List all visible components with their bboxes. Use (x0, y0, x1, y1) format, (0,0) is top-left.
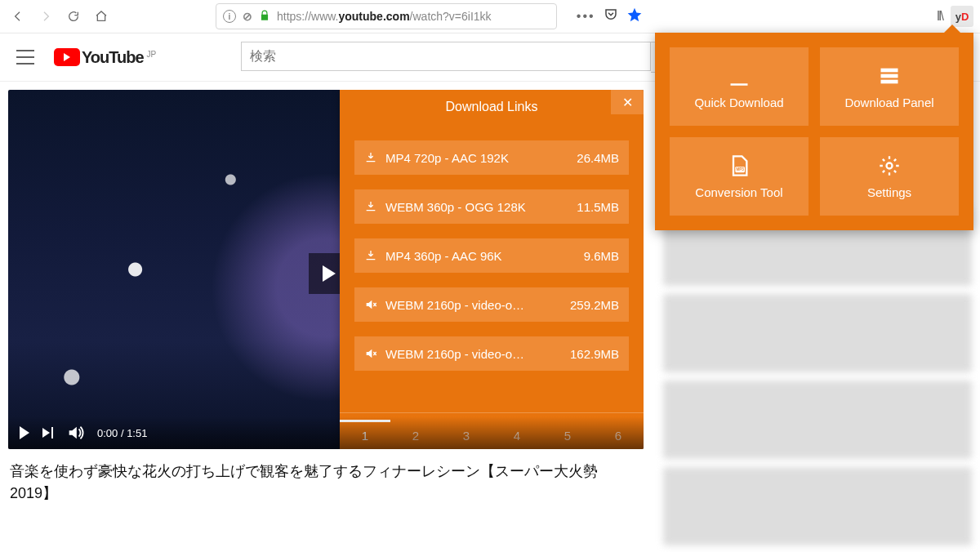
library-icon[interactable]: II\ (937, 9, 942, 24)
menu-icon[interactable] (16, 50, 34, 65)
play-icon[interactable] (20, 426, 29, 439)
svg-rect-3 (881, 79, 898, 83)
download-panel-title: Download Links (446, 100, 538, 114)
bookmark-star-icon[interactable] (626, 7, 643, 26)
youtube-play-icon (54, 48, 80, 66)
ext-tile-conversion-tool[interactable]: MP3Conversion Tool (670, 137, 808, 216)
back-button[interactable] (7, 5, 29, 28)
more-icon[interactable]: ••• (577, 9, 595, 24)
related-video-thumb[interactable] (663, 467, 972, 545)
related-video-thumb[interactable] (663, 294, 972, 372)
download-size: 162.9MB (570, 347, 619, 361)
download-format-label: WEBM 2160p - video-o… (385, 298, 562, 312)
next-icon[interactable] (42, 427, 53, 438)
download-format-label: MP4 720p - AAC 192K (385, 151, 568, 165)
forward-button[interactable] (34, 5, 57, 28)
download-format-label: MP4 360p - AAC 96K (385, 249, 576, 263)
download-option[interactable]: WEBM 2160p - video-o…259.2MB (354, 287, 629, 322)
volume-icon[interactable] (66, 424, 84, 442)
download-format-label: WEBM 360p - OGG 128K (385, 200, 568, 214)
youtube-logo[interactable]: YouTube JP (54, 48, 156, 67)
ext-tile-label: Conversion Tool (695, 185, 782, 199)
ext-tile-download-panel[interactable]: Download Panel (820, 47, 959, 126)
tracking-icon: ⊘ (243, 10, 252, 23)
browser-toolbar: i ⊘ https://www.youtube.com/watch?v=6iI1… (0, 0, 980, 33)
address-bar[interactable]: i ⊘ https://www.youtube.com/watch?v=6iI1… (216, 3, 557, 29)
download-size: 9.6MB (584, 249, 619, 263)
download-option[interactable]: WEBM 360p - OGG 128K11.5MB (354, 189, 629, 224)
reload-button[interactable] (62, 5, 85, 28)
video-title: 音楽を使わず豪快な花火の打ち上げで観客を魅了するフィナーレシーン【スーパー大火勢… (10, 461, 639, 505)
download-links-panel: Download Links ✕ MP4 720p - AAC 192K26.4… (340, 90, 644, 449)
close-icon[interactable]: ✕ (611, 90, 644, 114)
url-text: https://www.youtube.com/watch?v=6iI1kk (277, 10, 492, 23)
video-player[interactable]: Download Links ✕ MP4 720p - AAC 192K26.4… (8, 90, 644, 449)
related-video-thumb[interactable] (663, 381, 972, 459)
youtube-brand-text: YouTube (82, 48, 144, 67)
download-size: 26.4MB (577, 151, 619, 165)
ext-tile-settings[interactable]: Settings (820, 137, 959, 216)
extension-popup: Quick DownloadDownload PanelMP3Conversio… (655, 33, 973, 230)
svg-rect-2 (881, 73, 898, 78)
download-size: 11.5MB (577, 200, 619, 214)
svg-point-6 (887, 162, 893, 168)
download-format-label: WEBM 2160p - video-o… (385, 347, 562, 361)
download-option[interactable]: WEBM 2160p - video-o…162.9MB (354, 336, 629, 371)
lock-icon (259, 10, 270, 24)
ext-tile-label: Download Panel (844, 96, 933, 109)
svg-text:MP3: MP3 (736, 167, 744, 171)
download-option[interactable]: MP4 720p - AAC 192K26.4MB (354, 140, 629, 175)
info-icon: i (223, 10, 236, 23)
svg-rect-1 (881, 68, 898, 72)
youtube-region: JP (147, 50, 157, 59)
pocket-icon[interactable] (604, 7, 618, 25)
playback-time: 0:00 / 1:51 (97, 427, 147, 439)
search-input[interactable] (241, 42, 651, 71)
download-option[interactable]: MP4 360p - AAC 96K9.6MB (354, 238, 629, 273)
ext-tile-label: Settings (867, 185, 911, 199)
ext-tile-label: Quick Download (694, 96, 783, 109)
player-controls: 0:00 / 1:51 (8, 416, 644, 449)
ext-tile-quick-download[interactable]: Quick Download (670, 47, 808, 126)
download-size: 259.2MB (570, 298, 619, 312)
home-button[interactable] (90, 5, 113, 28)
